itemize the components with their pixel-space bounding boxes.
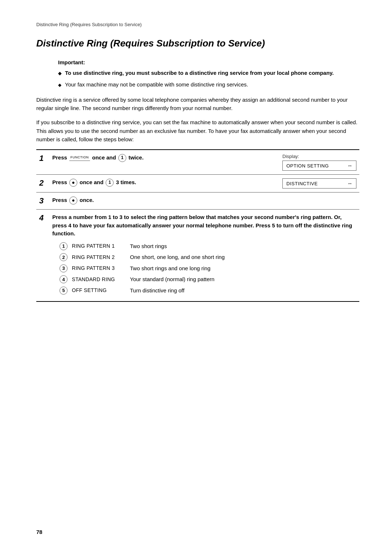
rp-name-5: OFF SETTING [72,287,130,294]
step-display-2: DISTINCTIVE ↔ [279,175,359,193]
step2-press: Press [52,179,69,185]
menu-key-icon-3: ● [69,197,77,204]
rp-num-2: 2 [60,253,68,261]
ring-pattern-item-1: 1 RING PATTERN 1 Two short rings [60,242,356,251]
step1-twice: twice. [128,154,144,161]
step1-once-and: once and [92,154,118,161]
key-1-icon-step1: 1 [118,154,126,162]
step-row-2: 2 Press ● once and 1 3 times. DISTINCTIV… [36,175,359,193]
important-label: Important: [58,59,359,65]
step-num-4: 4 [36,210,49,302]
step-content-4: Press a number from 1 to 3 to select the… [49,210,359,302]
step2-3times: 3 times. [116,179,136,185]
breadcrumb: Distinctive Ring (Requires Subscription … [36,22,359,27]
step-num-1: 1 [36,150,49,175]
rp-name-3: RING PATTERN 3 [72,264,130,272]
step-num-2: 2 [36,175,49,193]
step2-once-and: once and [79,179,105,185]
bullet-text-2: Your fax machine may not be compatible w… [65,81,248,89]
bullet-item-2: ◆ Your fax machine may not be compatible… [58,81,359,89]
body-para-2: If you subscribe to a distinctive ring s… [36,118,359,143]
page-number: 78 [36,529,42,535]
step-display-1: Display: OPTION SETTING ↔ [279,150,359,175]
key-1-icon-step2: 1 [106,179,114,187]
step-content-3: Press ● once. [49,193,359,210]
step1-press-label: Press [52,154,69,161]
ring-pattern-item-4: 4 STANDARD RING Your standard (normal) r… [60,275,356,284]
step3-press: Press [52,197,69,203]
rp-num-5: 5 [60,287,68,295]
rp-desc-2: One short, one long, and one short ring [130,253,225,262]
display-text-1: OPTION SETTING [286,163,329,169]
display-arrow-2: ↔ [347,181,352,186]
rp-desc-5: Turn distinctive ring off [130,287,184,295]
rp-num-3: 3 [60,264,68,272]
display-arrow-1: ↔ [347,163,352,169]
step3-once: once. [79,197,94,203]
step-row-4: 4 Press a number from 1 to 3 to select t… [36,210,359,302]
steps-table: 1 Press FUNCTION once and 1 twice. Displ… [36,149,359,302]
page-title: Distinctive Ring (Requires Subscription … [36,37,359,50]
rp-name-4: STANDARD RING [72,276,130,283]
bullet-item-1: ◆ To use distinctive ring, you must subs… [58,69,359,77]
display-text-2: DISTINCTIVE [286,181,318,186]
rp-desc-1: Two short rings [130,242,167,251]
display-label-1: Display: [282,154,356,159]
rp-name-2: RING PATTERN 2 [72,254,130,261]
display-box-1: OPTION SETTING ↔ [282,161,356,171]
step4-instruction: Press a number from 1 to 3 to select the… [52,213,356,238]
bullet-list: ◆ To use distinctive ring, you must subs… [58,69,359,89]
bullet-text-1: To use distinctive ring, you must subscr… [65,69,334,77]
rp-desc-4: Your standard (normal) ring pattern [130,275,215,284]
ring-pattern-item-2: 2 RING PATTERN 2 One short, one long, an… [60,253,356,262]
ring-pattern-list: 1 RING PATTERN 1 Two short rings 2 RING … [60,242,356,295]
rp-num-1: 1 [60,242,68,250]
diamond-icon-2: ◆ [58,82,61,88]
diamond-icon-1: ◆ [58,70,61,77]
rp-name-1: RING PATTERN 1 [72,242,130,250]
step-row-1: 1 Press FUNCTION once and 1 twice. Displ… [36,150,359,175]
step-content-2: Press ● once and 1 3 times. [49,175,279,193]
ring-pattern-item-3: 3 RING PATTERN 3 Two short rings and one… [60,264,356,273]
body-para-1: Distinctive ring is a service offered by… [36,96,359,113]
step-row-3: 3 Press ● once. [36,193,359,210]
ring-pattern-item-5: 5 OFF SETTING Turn distinctive ring off [60,287,356,295]
rp-num-4: 4 [60,275,68,283]
function-key-icon: FUNCTION [69,155,90,161]
menu-key-icon-2a: ● [69,179,77,187]
step-num-3: 3 [36,193,49,210]
display-box-2: DISTINCTIVE ↔ [282,178,356,189]
page: Distinctive Ring (Requires Subscription … [0,0,392,555]
rp-desc-3: Two short rings and one long ring [130,264,211,273]
step-content-1: Press FUNCTION once and 1 twice. [49,150,279,175]
